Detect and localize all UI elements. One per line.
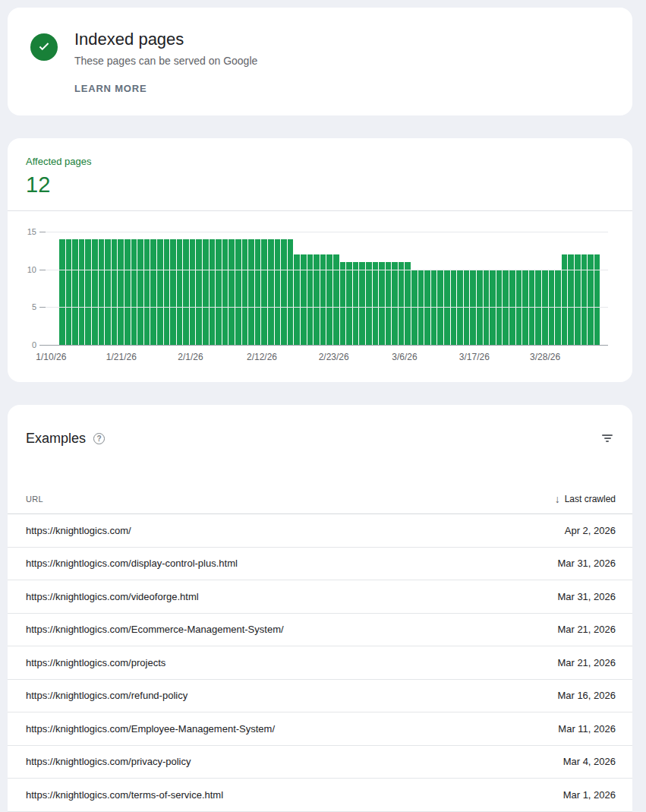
chart-bar[interactable] xyxy=(203,239,209,345)
chart-bar[interactable] xyxy=(275,239,281,345)
chart-bar[interactable] xyxy=(359,262,365,345)
chart-bar[interactable] xyxy=(112,239,118,345)
url-cell[interactable]: https://knightlogics.com/videoforge.html xyxy=(26,591,199,602)
chart-bar[interactable] xyxy=(588,254,594,345)
chart-bar[interactable] xyxy=(373,262,379,345)
chart-bar[interactable] xyxy=(210,239,216,345)
table-row[interactable]: https://knightlogics.com/display-control… xyxy=(8,548,632,581)
y-axis-tick-label: 0 xyxy=(32,340,36,349)
chart-bar[interactable] xyxy=(392,262,398,345)
last-crawled-column-header[interactable]: ↓ Last crawled xyxy=(555,494,616,504)
chart-bar[interactable] xyxy=(326,254,332,345)
url-cell[interactable]: https://knightlogics.com/display-control… xyxy=(26,558,238,569)
chart-bar[interactable] xyxy=(248,239,254,345)
chart-bar[interactable] xyxy=(150,239,156,345)
filter-list-icon[interactable] xyxy=(598,429,616,447)
chart-bar[interactable] xyxy=(353,262,359,345)
chart-bar[interactable] xyxy=(294,254,300,345)
chart-bar[interactable] xyxy=(196,239,202,345)
chart-bar[interactable] xyxy=(314,254,320,345)
chart-card: Affected pages 12 051015 1/10/261/21/262… xyxy=(8,138,632,382)
affected-pages-metric[interactable]: Affected pages 12 xyxy=(8,138,632,211)
x-axis-tick-label: 2/1/26 xyxy=(178,352,203,362)
url-cell[interactable]: https://knightlogics.com/refund-policy xyxy=(26,690,187,701)
gridline-y-0 xyxy=(42,345,608,346)
table-row[interactable]: https://knightlogics.com/privacy-policyM… xyxy=(8,746,632,779)
chart-bar[interactable] xyxy=(386,262,392,345)
url-cell[interactable]: https://knightlogics.com/terms-of-servic… xyxy=(26,789,223,801)
chart-bar[interactable] xyxy=(562,254,568,345)
chart-bar[interactable] xyxy=(222,239,228,345)
chart-bar[interactable] xyxy=(72,239,78,345)
chart-bar[interactable] xyxy=(268,239,274,345)
last-crawled-cell: Mar 31, 2026 xyxy=(557,591,616,602)
table-row[interactable]: https://knightlogics.com/Employee-Manage… xyxy=(8,712,632,746)
chart-bar[interactable] xyxy=(170,239,176,345)
chart-bar[interactable] xyxy=(164,239,170,345)
chart-bar[interactable] xyxy=(320,254,326,345)
status-card: Indexed pages These pages can be served … xyxy=(8,8,632,115)
chart-bar[interactable] xyxy=(99,239,105,345)
chart-bar[interactable] xyxy=(242,239,248,345)
table-row[interactable]: https://knightlogics.com/terms-of-servic… xyxy=(8,779,632,812)
chart-bar[interactable] xyxy=(575,254,581,345)
chart-bar[interactable] xyxy=(105,239,111,345)
chart-bar[interactable] xyxy=(59,239,65,345)
url-cell[interactable]: https://knightlogics.com/ xyxy=(26,525,131,536)
chart-bar[interactable] xyxy=(131,239,137,345)
table-row[interactable]: https://knightlogics.com/Apr 2, 2026 xyxy=(8,514,632,548)
url-cell[interactable]: https://knightlogics.com/Employee-Manage… xyxy=(26,723,275,735)
chart-bar[interactable] xyxy=(261,239,267,345)
chart-bar[interactable] xyxy=(177,239,183,345)
last-crawled-cell: Mar 21, 2026 xyxy=(557,624,616,635)
chart-bar[interactable] xyxy=(216,239,222,345)
chart-bar[interactable] xyxy=(137,239,143,345)
chart-bar[interactable] xyxy=(333,254,339,345)
gridline-y-5 xyxy=(42,307,608,308)
chart-bar[interactable] xyxy=(281,239,287,345)
chart-bar[interactable] xyxy=(366,262,372,345)
chart-bar[interactable] xyxy=(405,262,411,345)
url-cell[interactable]: https://knightlogics.com/Ecommerce-Manag… xyxy=(26,624,284,635)
table-row[interactable]: https://knightlogics.com/Ecommerce-Manag… xyxy=(8,614,632,647)
arrow-down-icon: ↓ xyxy=(555,494,560,504)
chart-bar[interactable] xyxy=(66,239,72,345)
chart-bar[interactable] xyxy=(307,254,314,345)
last-crawled-label: Last crawled xyxy=(565,494,616,504)
learn-more-link[interactable]: LEARN MORE xyxy=(74,83,147,94)
chart-bar[interactable] xyxy=(183,239,189,345)
chart-bars[interactable] xyxy=(59,232,600,345)
metric-value: 12 xyxy=(26,172,614,197)
chart-bar[interactable] xyxy=(79,239,85,345)
chart-bar[interactable] xyxy=(594,254,600,345)
chart-bar[interactable] xyxy=(379,262,385,345)
table-row[interactable]: https://knightlogics.com/projectsMar 21,… xyxy=(8,646,632,680)
last-crawled-cell: Mar 16, 2026 xyxy=(557,690,616,701)
chart-bar[interactable] xyxy=(568,254,574,345)
chart-bar[interactable] xyxy=(288,239,294,345)
chart-bar[interactable] xyxy=(190,239,196,345)
chart-bar[interactable] xyxy=(346,262,352,345)
table-row[interactable]: https://knightlogics.com/refund-policyMa… xyxy=(8,680,632,713)
last-crawled-cell: Mar 11, 2026 xyxy=(558,723,616,735)
chart-bar[interactable] xyxy=(340,262,346,345)
url-cell[interactable]: https://knightlogics.com/privacy-policy xyxy=(26,756,191,767)
chart-bar[interactable] xyxy=(235,239,241,345)
chart-bar[interactable] xyxy=(301,254,307,345)
examples-card: Examples ? URL ↓ Last crawled https://kn… xyxy=(8,405,632,812)
url-cell[interactable]: https://knightlogics.com/projects xyxy=(26,657,165,668)
chart-bar[interactable] xyxy=(144,239,150,345)
chart-bar[interactable] xyxy=(124,239,131,345)
chart-bar[interactable] xyxy=(399,262,405,345)
chart-bar[interactable] xyxy=(118,239,124,345)
chart-bar[interactable] xyxy=(255,239,261,345)
x-axis-tick-label: 1/10/26 xyxy=(36,352,66,362)
table-row[interactable]: https://knightlogics.com/videoforge.html… xyxy=(8,580,632,614)
chart-bar[interactable] xyxy=(581,254,588,345)
last-crawled-cell: Mar 4, 2026 xyxy=(563,756,616,767)
chart-bar[interactable] xyxy=(228,239,235,345)
chart-bar[interactable] xyxy=(85,239,91,345)
chart-bar[interactable] xyxy=(92,239,98,345)
help-circle-icon[interactable]: ? xyxy=(93,433,105,444)
chart-bar[interactable] xyxy=(157,239,163,345)
